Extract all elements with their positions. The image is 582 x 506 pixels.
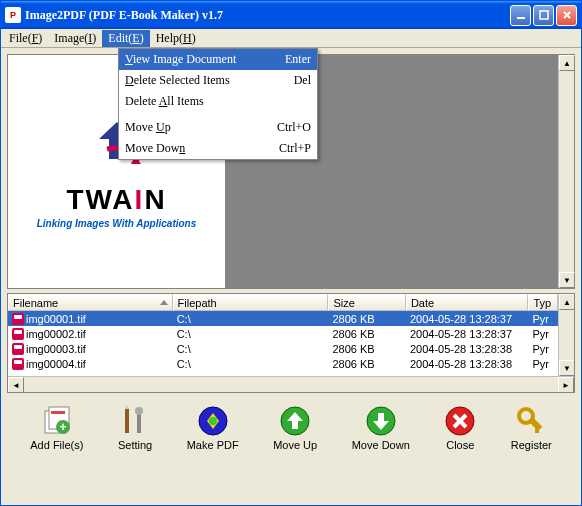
table-row[interactable]: img00002.tif C:\ 2806 KB 2004-05-28 13:2…	[8, 326, 558, 341]
close-button[interactable]: Close	[440, 403, 480, 453]
make-pdf-icon	[197, 405, 229, 437]
add-files-icon: +	[41, 405, 73, 437]
svg-point-11	[135, 407, 143, 415]
content-area: View Image Document Enter Delete Selecte…	[1, 48, 581, 505]
menu-image[interactable]: Image(I)	[48, 30, 102, 47]
svg-rect-0	[517, 17, 525, 19]
scroll-down-icon[interactable]: ▼	[559, 272, 575, 288]
move-up-icon	[279, 405, 311, 437]
scroll-down-icon[interactable]: ▼	[559, 360, 574, 376]
table-row[interactable]: img00004.tif C:\ 2806 KB 2004-05-28 13:2…	[8, 356, 558, 371]
close-icon	[562, 10, 572, 20]
scroll-left-icon[interactable]: ◄	[8, 377, 24, 393]
preview-scrollbar-v[interactable]: ▲ ▼	[558, 55, 574, 288]
svg-point-13	[209, 417, 217, 425]
edit-dropdown: View Image Document Enter Delete Selecte…	[118, 48, 318, 160]
app-window: P Image2PDF (PDF E-Book Maker) v1.7 File…	[0, 0, 582, 506]
svg-text:+: +	[59, 420, 66, 434]
svg-rect-8	[51, 411, 65, 414]
file-table: Filename Filepath Size Date Typ img00001…	[7, 293, 575, 393]
col-filepath[interactable]: Filepath	[173, 294, 329, 311]
file-icon	[12, 343, 24, 355]
move-down-icon	[365, 405, 397, 437]
menu-view-image-document[interactable]: View Image Document Enter	[119, 49, 317, 70]
make-pdf-button[interactable]: Make PDF	[183, 403, 243, 453]
close-window-button[interactable]	[556, 5, 577, 26]
menu-edit[interactable]: Edit(E)	[102, 30, 149, 47]
close-icon	[444, 405, 476, 437]
file-icon	[12, 328, 24, 340]
svg-rect-21	[535, 427, 539, 433]
menu-move-up[interactable]: Move Up Ctrl+O	[119, 117, 317, 138]
move-up-button[interactable]: Move Up	[269, 403, 321, 453]
maximize-button[interactable]	[533, 5, 554, 26]
scroll-up-icon[interactable]: ▲	[559, 294, 574, 310]
twain-tagline: Linking Images With Applications	[37, 218, 197, 229]
scroll-up-icon[interactable]: ▲	[559, 55, 575, 71]
maximize-icon	[539, 10, 549, 20]
menu-help[interactable]: Help(H)	[150, 30, 202, 47]
move-down-button[interactable]: Move Down	[348, 403, 414, 453]
scroll-right-icon[interactable]: ►	[558, 377, 574, 393]
col-filename[interactable]: Filename	[8, 294, 173, 311]
menu-file[interactable]: File(F)	[3, 30, 48, 47]
setting-icon	[119, 405, 151, 437]
svg-rect-9	[125, 409, 129, 433]
scroll-track[interactable]	[24, 377, 558, 392]
setting-button[interactable]: Setting	[114, 403, 156, 453]
table-header: Filename Filepath Size Date Typ	[8, 294, 558, 311]
table-row[interactable]: img00001.tif C:\ 2806 KB 2004-05-28 13:2…	[8, 311, 558, 326]
menu-separator	[120, 114, 316, 115]
table-row[interactable]: img00003.tif C:\ 2806 KB 2004-05-28 13:2…	[8, 341, 558, 356]
twain-brand: TWAIN	[37, 184, 197, 216]
menu-move-down[interactable]: Move Down Ctrl+P	[119, 138, 317, 159]
add-files-button[interactable]: + Add File(s)	[26, 403, 87, 453]
menu-delete-all[interactable]: Delete All Items	[119, 91, 317, 112]
col-date[interactable]: Date	[406, 294, 529, 311]
file-icon	[12, 313, 24, 325]
col-size[interactable]: Size	[328, 294, 406, 311]
register-icon	[515, 405, 547, 437]
menu-delete-selected[interactable]: Delete Selected Items Del	[119, 70, 317, 91]
col-type[interactable]: Typ	[528, 294, 558, 311]
window-buttons	[510, 5, 577, 26]
table-scrollbar-h[interactable]: ◄ ►	[8, 376, 574, 392]
svg-rect-1	[540, 11, 548, 19]
titlebar[interactable]: P Image2PDF (PDF E-Book Maker) v1.7	[1, 1, 581, 29]
menubar: File(F) Image(I) Edit(E) Help(H)	[1, 29, 581, 48]
minimize-icon	[516, 10, 526, 20]
table-scrollbar-v[interactable]: ▲ ▼	[558, 294, 574, 376]
register-button[interactable]: Register	[507, 403, 556, 453]
minimize-button[interactable]	[510, 5, 531, 26]
file-icon	[12, 358, 24, 370]
app-icon: P	[5, 7, 21, 23]
toolbar: + Add File(s) Setting Make PDF	[7, 397, 575, 459]
window-title: Image2PDF (PDF E-Book Maker) v1.7	[25, 8, 510, 23]
